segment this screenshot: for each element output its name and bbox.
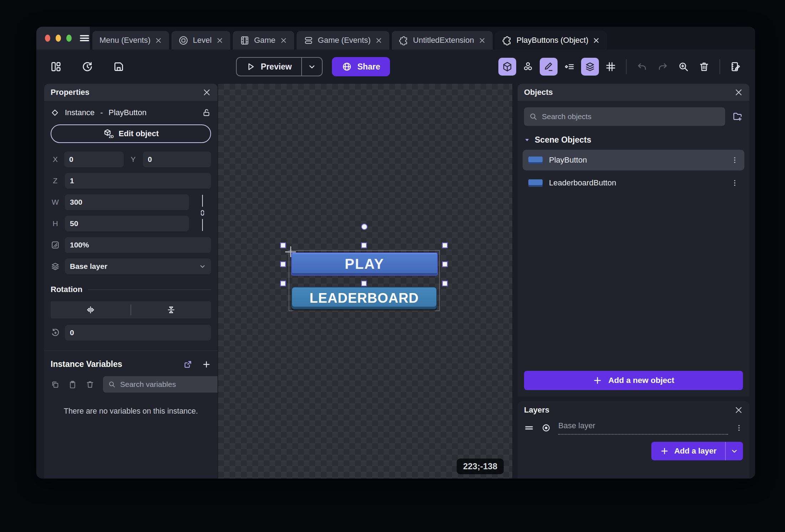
instance-variables-title: Instance Variables	[51, 359, 122, 369]
paste-icon[interactable]	[68, 380, 77, 389]
svg-text:2D: 2D	[109, 134, 114, 139]
open-in-window-icon[interactable]	[183, 360, 193, 369]
window-close-button[interactable]	[45, 35, 50, 42]
puzzle-icon	[399, 36, 409, 45]
flip-horizontal-icon[interactable]	[51, 301, 130, 318]
kebab-menu-icon[interactable]	[735, 424, 743, 432]
scene-objects-section[interactable]: Scene Objects	[518, 132, 749, 148]
add-new-object-button[interactable]: Add a new object	[524, 371, 743, 390]
selection-handle-bottom-center[interactable]	[361, 281, 367, 286]
layer-visibility-icon[interactable]	[541, 423, 551, 433]
object-item-leaderboardbutton[interactable]: LeaderboardButton	[523, 173, 744, 193]
tab-level[interactable]: Level	[171, 31, 230, 50]
window-zoom-button[interactable]	[66, 35, 72, 42]
x-label: X	[51, 155, 60, 164]
tab-label: UntitledExtension	[413, 36, 474, 45]
layers-panel-icon[interactable]	[581, 58, 599, 76]
play-button-instance[interactable]: PLAY	[291, 252, 438, 276]
objects-search[interactable]	[524, 107, 725, 126]
kebab-menu-icon[interactable]	[731, 156, 739, 164]
edit-object-button[interactable]: 2D Edit object	[51, 124, 211, 143]
objects-search-input[interactable]	[542, 112, 720, 121]
redo-icon[interactable]	[654, 58, 672, 76]
close-icon[interactable]	[734, 88, 743, 97]
selection-handle-bottom-left[interactable]	[280, 281, 286, 286]
y-field[interactable]	[143, 152, 211, 167]
add-variable-icon[interactable]	[202, 360, 211, 369]
trash-icon[interactable]	[695, 58, 713, 76]
lock-aspect-ratio-control[interactable]	[194, 195, 211, 231]
share-button[interactable]: Share	[332, 57, 390, 76]
save-icon[interactable]	[110, 58, 128, 76]
tab-close-icon[interactable]	[593, 37, 600, 44]
rotation-field[interactable]	[65, 325, 211, 341]
history-icon[interactable]	[78, 58, 96, 76]
tab-close-icon[interactable]	[479, 37, 486, 44]
tab-close-icon[interactable]	[375, 37, 382, 44]
preview-options-button[interactable]	[302, 58, 322, 76]
toggle-objects-panel-icon[interactable]	[498, 58, 516, 76]
selection-handle-top-center[interactable]	[361, 242, 367, 248]
add-folder-icon[interactable]	[732, 111, 743, 122]
project-manager-icon[interactable]	[47, 58, 65, 76]
drag-handle-icon[interactable]	[524, 423, 534, 433]
object-groups-icon[interactable]	[519, 58, 537, 76]
x-field[interactable]	[64, 152, 124, 167]
instances-list-icon[interactable]	[560, 58, 578, 76]
flip-vertical-icon[interactable]	[131, 301, 211, 318]
lock-open-icon[interactable]	[202, 108, 211, 117]
edit-scene-properties-icon[interactable]	[727, 58, 744, 76]
selection-handle-bottom-right[interactable]	[442, 281, 448, 286]
puzzle-icon	[502, 36, 512, 45]
add-layer-button[interactable]: Add a layer	[651, 442, 725, 460]
menu-icon[interactable]	[79, 33, 90, 44]
globe-icon	[342, 62, 352, 72]
preview-button[interactable]: Preview	[237, 58, 301, 76]
layer-row-base-layer[interactable]: Base layer	[518, 419, 749, 435]
close-icon[interactable]	[202, 88, 211, 97]
selection-handle-top-right[interactable]	[442, 242, 448, 248]
search-icon	[108, 380, 116, 388]
selection-handle-mid-right[interactable]	[442, 261, 448, 267]
delete-icon[interactable]	[86, 380, 94, 389]
variables-search[interactable]	[103, 376, 217, 393]
window-controls	[36, 27, 90, 50]
tab-close-icon[interactable]	[155, 37, 162, 44]
object-item-playbutton[interactable]: PlayButton	[523, 150, 744, 170]
tab-game-events[interactable]: Game (Events)	[297, 31, 389, 50]
rotation-handle[interactable]	[361, 224, 368, 230]
close-icon[interactable]	[734, 406, 743, 414]
height-field[interactable]	[65, 216, 189, 231]
tab-label: Game	[254, 36, 276, 45]
tab-game[interactable]: Game	[233, 31, 294, 50]
leaderboard-button-instance[interactable]: LEADERBOARD	[291, 287, 437, 310]
selection-handle-top-left[interactable]	[280, 242, 286, 248]
layer-select[interactable]: Base layer	[65, 259, 211, 274]
variables-search-input[interactable]	[120, 380, 217, 389]
tab-menu-events[interactable]: Menu (Events)	[92, 31, 169, 50]
tab-close-icon[interactable]	[216, 37, 223, 44]
object-thumbnail	[528, 179, 543, 187]
undo-icon[interactable]	[633, 58, 651, 76]
z-field[interactable]	[65, 173, 211, 189]
tab-close-icon[interactable]	[280, 37, 287, 44]
layer-name[interactable]: Base layer	[558, 421, 728, 435]
width-field[interactable]	[65, 194, 189, 210]
scene-canvas[interactable]: PLAY LEADERBOARD 223;-138	[218, 84, 512, 479]
grid-icon[interactable]	[602, 58, 620, 76]
rotation-section-title: Rotation	[51, 285, 82, 294]
zoom-in-icon[interactable]	[674, 58, 692, 76]
w-label: W	[51, 198, 60, 206]
kebab-menu-icon[interactable]	[731, 179, 739, 187]
tab-playbuttons-object[interactable]: PlayButtons (Object)	[495, 31, 607, 50]
tab-untitled-extension[interactable]: UntitledExtension	[392, 31, 493, 50]
selection-handle-mid-left[interactable]	[280, 261, 286, 267]
edit-object-label: Edit object	[119, 129, 159, 138]
copy-icon[interactable]	[51, 380, 60, 389]
tab-label: Menu (Events)	[99, 36, 150, 45]
play-button-label: PLAY	[345, 256, 384, 272]
window-minimize-button[interactable]	[56, 35, 61, 42]
add-layer-options-button[interactable]	[726, 442, 743, 460]
edit-properties-icon[interactable]	[540, 58, 558, 76]
opacity-field[interactable]	[65, 237, 211, 253]
